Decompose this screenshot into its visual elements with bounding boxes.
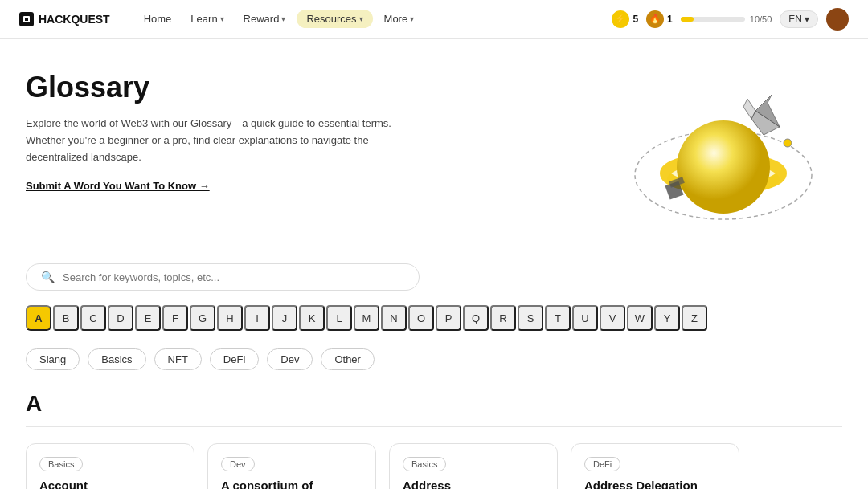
nav-right: ⚡ 5 🔥 1 10/50 EN ▾ <box>612 8 849 31</box>
card-badge: Basics <box>39 457 83 471</box>
alpha-btn-r[interactable]: R <box>490 305 516 331</box>
alpha-btn-t[interactable]: T <box>545 305 571 331</box>
alpha-btn-a[interactable]: A <box>26 305 51 331</box>
filter-btn-dev[interactable]: Dev <box>267 348 313 370</box>
hero-illustration <box>595 55 820 239</box>
search-box: 🔍 <box>26 263 420 291</box>
gold-badge: 🔥 <box>646 10 664 28</box>
card-title: Address <box>403 478 544 489</box>
card-2: Basics Address Your public identifier on… <box>389 443 558 489</box>
alpha-btn-s[interactable]: S <box>518 305 543 331</box>
alpha-btn-l[interactable]: L <box>326 305 352 331</box>
lang-label: EN <box>788 14 802 25</box>
alpha-btn-q[interactable]: Q <box>463 305 489 331</box>
nav-reward[interactable]: Reward ▾ <box>235 10 294 28</box>
page-title: Glossary <box>26 71 444 104</box>
search-input[interactable] <box>63 271 404 283</box>
card-title: Account <box>39 478 181 489</box>
card-badge: Basics <box>403 457 446 471</box>
alpha-btn-k[interactable]: K <box>299 305 325 331</box>
points-gold-count: 1 <box>667 14 673 25</box>
logo-icon-inner <box>23 16 30 22</box>
logo[interactable]: HACKQUEST <box>19 12 110 26</box>
chevron-down-icon: ▾ <box>281 14 285 23</box>
logo-text: HACKQUEST <box>39 13 110 26</box>
card-title: Address Delegation <box>584 478 726 489</box>
cards-row: Basics Account A unique identifier on a … <box>0 434 868 489</box>
alpha-btn-u[interactable]: U <box>572 305 598 331</box>
hero-text: Glossary Explore the world of Web3 with … <box>26 71 444 192</box>
filter-btn-basics[interactable]: Basics <box>88 348 145 370</box>
alpha-btn-m[interactable]: M <box>354 305 379 331</box>
chevron-down-icon: ▾ <box>410 14 414 23</box>
nav-learn[interactable]: Learn ▾ <box>182 10 231 28</box>
chevron-down-icon: ▾ <box>805 14 809 25</box>
filter-btn-defi[interactable]: DeFi <box>210 348 259 370</box>
search-icon: 🔍 <box>41 271 55 283</box>
navbar: HACKQUEST Home Learn ▾ Reward ▾ Resource… <box>0 0 868 39</box>
search-section: 🔍 <box>26 263 842 291</box>
filter-row: SlangBasicsNFTDeFiDevOther <box>0 345 868 383</box>
alpha-btn-o[interactable]: O <box>408 305 434 331</box>
lang-button[interactable]: EN ▾ <box>780 10 818 28</box>
chevron-down-icon: ▾ <box>359 14 363 23</box>
card-0: Basics Account A unique identifier on a … <box>26 443 194 489</box>
svg-point-3 <box>677 120 770 214</box>
alphabet-row: ABCDEFGHIJKLMNOPQRSTUVWYZ <box>0 291 868 345</box>
yellow-badge: ⚡ <box>612 10 629 28</box>
logo-icon <box>19 12 34 26</box>
points-yellow-count: 5 <box>633 14 638 25</box>
card-1: Dev A consortium of businesses collabora… <box>207 443 376 489</box>
alpha-btn-b[interactable]: B <box>53 305 79 331</box>
alpha-btn-z[interactable]: Z <box>682 305 707 331</box>
progress-area: 10/50 <box>681 14 772 24</box>
progress-bar-container <box>681 17 745 22</box>
avatar[interactable] <box>826 8 849 31</box>
card-badge: Dev <box>221 457 255 471</box>
section-letter-a: A <box>26 391 42 416</box>
nav-more[interactable]: More ▾ <box>376 10 423 28</box>
card-title: A consortium of businesses collaborating… <box>221 478 362 489</box>
chevron-down-icon: ▾ <box>220 14 224 23</box>
alpha-btn-p[interactable]: P <box>436 305 461 331</box>
nav-links: Home Learn ▾ Reward ▾ Resources ▾ More ▾ <box>136 10 612 28</box>
card-badge: DeFi <box>584 457 620 471</box>
progress-bar-fill <box>681 17 694 22</box>
alpha-btn-y[interactable]: Y <box>654 305 680 331</box>
filter-btn-slang[interactable]: Slang <box>26 348 80 370</box>
glossary-illustration-svg <box>595 55 820 239</box>
alpha-btn-c[interactable]: C <box>80 305 106 331</box>
nav-points-yellow: ⚡ 5 <box>612 10 638 28</box>
alpha-btn-n[interactable]: N <box>381 305 407 331</box>
nav-home[interactable]: Home <box>136 10 180 28</box>
alpha-btn-j[interactable]: J <box>272 305 297 331</box>
alpha-btn-f[interactable]: F <box>162 305 188 331</box>
alpha-btn-v[interactable]: V <box>600 305 625 331</box>
section-divider <box>26 426 842 427</box>
progress-text: 10/50 <box>750 14 772 24</box>
card-3: DeFi Address Delegation Granting limited… <box>571 443 739 489</box>
alpha-btn-e[interactable]: E <box>135 305 161 331</box>
alpha-btn-i[interactable]: I <box>244 305 270 331</box>
alpha-btn-w[interactable]: W <box>627 305 653 331</box>
svg-point-7 <box>784 139 792 147</box>
filter-btn-other[interactable]: Other <box>321 348 375 370</box>
section-a-header: A <box>0 383 868 420</box>
nav-resources[interactable]: Resources ▾ <box>297 10 372 28</box>
hero-section: Glossary Explore the world of Web3 with … <box>0 39 868 247</box>
submit-word-link[interactable]: Submit A Word You Want To Know → <box>26 180 210 192</box>
alpha-btn-d[interactable]: D <box>108 305 133 331</box>
filter-btn-nft[interactable]: NFT <box>154 348 202 370</box>
hero-description: Explore the world of Web3 with our Gloss… <box>26 116 411 165</box>
alpha-btn-h[interactable]: H <box>217 305 243 331</box>
alpha-btn-g[interactable]: G <box>190 305 215 331</box>
nav-points-gold: 🔥 1 <box>646 10 673 28</box>
